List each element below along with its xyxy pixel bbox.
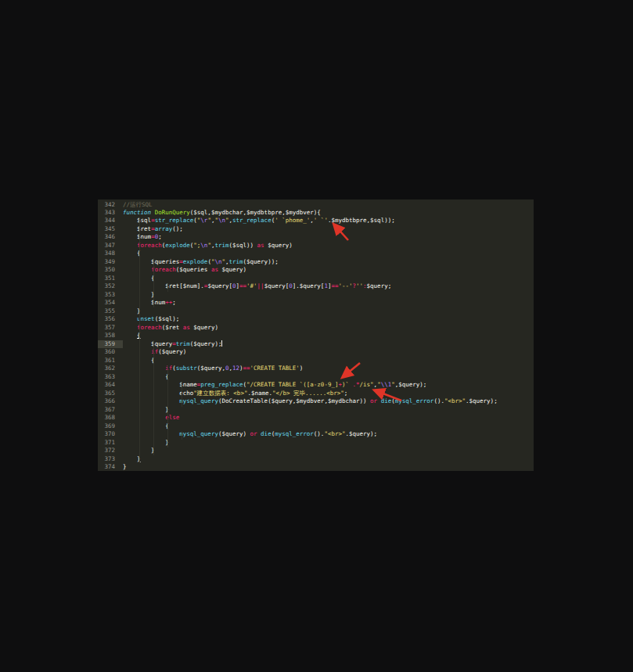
code-line: 356 unset($sql);	[98, 315, 534, 323]
line-number: 374	[98, 463, 123, 471]
code-line: 352 $ret[$num].=$query[0]=='#'||$query[0…	[98, 282, 534, 290]
indent-guide	[182, 431, 182, 440]
code-text: foreach(explode(";\n",trim($sql)) as $qu…	[123, 242, 534, 250]
line-number: 344	[98, 217, 123, 225]
code-line: 362 if(substr($query,0,12)=='CREATE TABL…	[98, 365, 534, 372]
code-line: 373 }	[98, 455, 534, 463]
code-text: {	[123, 250, 534, 257]
code-text: function DoRunQuery($sql,$mydbchar,$mydb…	[123, 209, 534, 217]
line-number: 356	[98, 315, 123, 323]
line-number: 373	[98, 455, 123, 463]
indent-guide	[167, 283, 168, 292]
code-line: 354 $num++;	[98, 299, 534, 307]
line-number: 361	[98, 357, 123, 365]
code-text: else	[123, 414, 534, 422]
indent-guide	[139, 217, 140, 463]
line-number: 364	[98, 381, 123, 389]
code-line: 349 $queries=explode("\n",trim($query));	[98, 258, 534, 266]
line-number: 360	[98, 348, 123, 356]
line-number: 342	[98, 201, 123, 209]
code-line: 345 $ret=array();	[98, 225, 534, 233]
line-number: 362	[98, 365, 123, 372]
code-editor[interactable]: 342//运行SQL343function DoRunQuery($sql,$m…	[98, 199, 534, 471]
indent-guide	[167, 365, 168, 447]
code-text: }	[123, 307, 534, 315]
code-line: 342//运行SQL	[98, 201, 534, 209]
line-number: 366	[98, 397, 123, 405]
line-number: 355	[98, 307, 123, 315]
code-text: {	[123, 332, 534, 340]
code-text: }	[123, 291, 534, 299]
code-text: {	[123, 373, 534, 381]
line-number: 352	[98, 282, 123, 290]
code-text: mysql_query($query) or die(mysql_error()…	[123, 430, 534, 438]
code-text: $ret[$num].=$query[0]=='#'||$query[0].$q…	[123, 282, 534, 290]
code-line: 363 {	[98, 373, 534, 381]
code-line: 350 foreach($queries as $query)	[98, 266, 534, 274]
code-text: }	[123, 455, 534, 463]
line-number: 363	[98, 373, 123, 381]
code-line: 346 $num=0;	[98, 233, 534, 241]
code-text: $queries=explode("\n",trim($query));	[123, 258, 534, 266]
code-line: 344 $sql=str_replace("\r","\n",str_repla…	[98, 217, 534, 225]
code-line: 368 else	[98, 414, 534, 422]
line-number: 371	[98, 439, 123, 447]
line-number: 350	[98, 266, 123, 274]
code-text: }	[123, 406, 534, 414]
code-text: {	[123, 275, 534, 282]
line-number: 353	[98, 291, 123, 299]
line-number: 349	[98, 258, 123, 266]
line-number: 368	[98, 414, 123, 422]
line-number: 345	[98, 225, 123, 233]
code-text: foreach($queries as $query)	[123, 266, 534, 274]
line-number: 365	[98, 390, 123, 397]
code-line: 366 mysql_query(DoCreateTable($query,$my…	[98, 397, 534, 405]
indent-guide	[182, 382, 182, 407]
line-number: 367	[98, 406, 123, 414]
code-line: 360 if($query)	[98, 348, 534, 356]
line-number: 369	[98, 422, 123, 430]
code-text: unset($sql);	[123, 315, 534, 323]
code-line: 374}	[98, 463, 534, 471]
code-text: $ret=array();	[123, 225, 534, 233]
code-line: 359 $query=trim($query);	[98, 340, 534, 348]
code-text: {	[123, 357, 534, 365]
code-line: 364 $name=preg_replace("/CREATE TABLE `(…	[98, 381, 534, 389]
line-number: 358	[98, 332, 123, 340]
line-number: 343	[98, 209, 123, 217]
code-line: 370 mysql_query($query) or die(mysql_err…	[98, 430, 534, 438]
line-number: 357	[98, 324, 123, 332]
code-line: 365 echo"建立数据表: <b>".$name."</b> 完毕.....…	[98, 390, 534, 397]
line-number: 351	[98, 275, 123, 282]
code-text: }	[123, 439, 534, 447]
code-text: $num++;	[123, 299, 534, 307]
code-line: 372 }	[98, 447, 534, 455]
line-number: 370	[98, 430, 123, 438]
code-line: 353 }	[98, 291, 534, 299]
code-text: mysql_query(DoCreateTable($query,$mydbve…	[123, 397, 534, 405]
line-number: 372	[98, 447, 123, 455]
indent-guide	[153, 258, 154, 307]
line-number: 346	[98, 233, 123, 241]
code-text: $name=preg_replace("/CREATE TABLE `([a-z…	[123, 381, 534, 389]
code-text: {	[123, 422, 534, 430]
text-caret	[221, 340, 222, 347]
code-line: 343function DoRunQuery($sql,$mydbchar,$m…	[98, 209, 534, 217]
code-text: //运行SQL	[123, 201, 534, 209]
page-background: { "page": { "background": "#0e0e0f" }, "…	[0, 0, 633, 672]
line-number: 348	[98, 250, 123, 257]
code-line: 367 }	[98, 406, 534, 414]
code-text: foreach($ret as $query)	[123, 324, 534, 332]
code-line: 351 {	[98, 275, 534, 282]
code-text: $num=0;	[123, 233, 534, 241]
indent-guide	[153, 340, 154, 455]
code-text: echo"建立数据表: <b>".$name."</b> 完毕......<br…	[123, 390, 534, 397]
code-text: }	[123, 463, 534, 471]
code-text: }	[123, 447, 534, 455]
code-line: 369 {	[98, 422, 534, 430]
line-number: 359	[98, 340, 123, 348]
line-number: 347	[98, 242, 123, 250]
code-line: 347 foreach(explode(";\n",trim($sql)) as…	[98, 242, 534, 250]
line-number: 354	[98, 299, 123, 307]
code-text: if($query)	[123, 348, 534, 356]
